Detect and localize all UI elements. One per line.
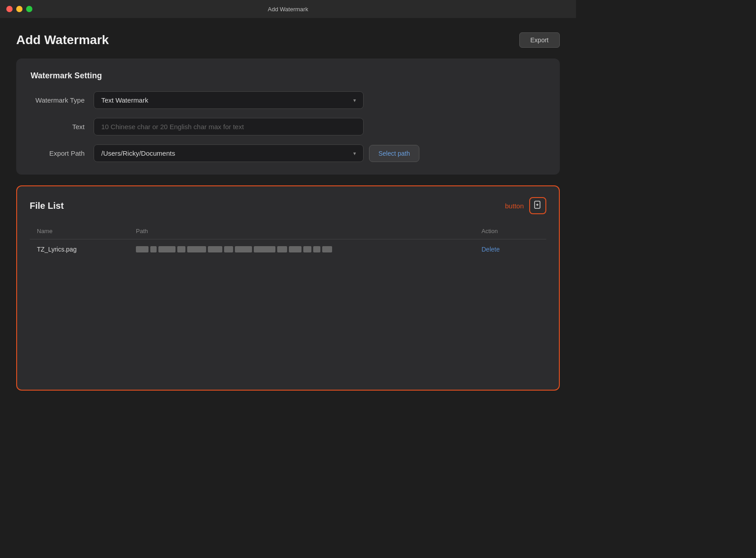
chevron-down-icon: ▾ (353, 97, 356, 104)
export-path-dropdown[interactable]: /Users/Ricky/Documents ▾ (94, 144, 364, 162)
table-row: TZ_Lyrics.pagDelete (30, 239, 546, 260)
select-path-button[interactable]: Select path (369, 145, 419, 162)
export-path-row: Export Path /Users/Ricky/Documents ▾ Sel… (31, 144, 545, 162)
path-redacted (136, 246, 467, 252)
button-label: button (505, 202, 524, 210)
file-list-header-right: button (505, 197, 546, 214)
maximize-button[interactable] (26, 6, 32, 12)
app-header: Add Watermark Export (16, 32, 560, 48)
file-list-panel: File List button Name (16, 185, 560, 391)
file-action: Delete (474, 239, 546, 260)
export-path-value: /Users/Ricky/Documents (101, 149, 175, 157)
file-path (129, 239, 474, 260)
column-header-path: Path (129, 223, 474, 239)
file-table-body: TZ_Lyrics.pagDelete (30, 239, 546, 260)
add-file-icon (533, 200, 542, 212)
file-name: TZ_Lyrics.pag (30, 239, 129, 260)
window-title: Add Watermark (268, 6, 308, 13)
watermark-type-label: Watermark Type (31, 96, 94, 104)
settings-panel-title: Watermark Setting (31, 71, 545, 81)
text-label: Text (31, 123, 94, 130)
export-path-control: /Users/Ricky/Documents ▾ Select path (94, 144, 545, 162)
watermark-type-dropdown[interactable]: Text Watermark ▾ (94, 91, 364, 109)
file-list-header: File List button (30, 197, 546, 214)
watermark-type-control: Text Watermark ▾ (94, 91, 545, 109)
file-table: Name Path Action TZ_Lyrics.pagDelete (30, 223, 546, 259)
chevron-down-icon: ▾ (353, 150, 356, 157)
close-button[interactable] (6, 6, 13, 12)
minimize-button[interactable] (16, 6, 22, 12)
export-button[interactable]: Export (519, 32, 560, 48)
export-path-label: Export Path (31, 149, 94, 157)
add-file-button[interactable] (529, 197, 546, 214)
page-title: Add Watermark (16, 33, 109, 47)
delete-button[interactable]: Delete (482, 246, 500, 253)
title-bar: Add Watermark (0, 0, 576, 18)
watermark-type-value: Text Watermark (101, 96, 148, 104)
file-list-title: File List (30, 201, 64, 211)
text-input[interactable] (94, 118, 364, 135)
watermark-type-row: Watermark Type Text Watermark ▾ (31, 91, 545, 109)
text-row: Text (31, 118, 545, 135)
settings-panel: Watermark Setting Watermark Type Text Wa… (16, 58, 560, 175)
column-header-action: Action (474, 223, 546, 239)
text-control (94, 118, 545, 135)
main-content: Add Watermark Export Watermark Setting W… (0, 18, 576, 405)
table-header-row: Name Path Action (30, 223, 546, 239)
column-header-name: Name (30, 223, 129, 239)
traffic-lights (6, 6, 32, 12)
